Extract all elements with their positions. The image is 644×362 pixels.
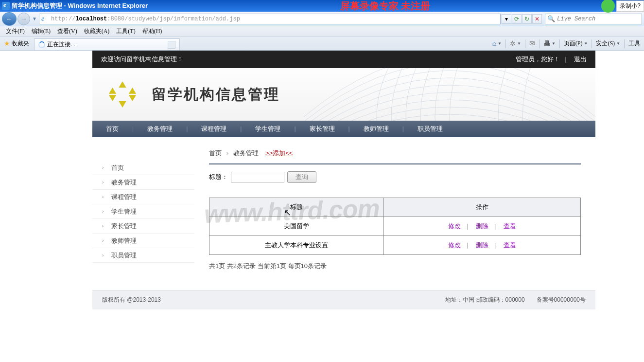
refresh-button[interactable]: ↻ bbox=[522, 14, 532, 24]
menu-favorites[interactable]: 收藏夹(A) bbox=[81, 26, 113, 36]
cell-ops: 修改| 删除| 查看 bbox=[384, 217, 581, 236]
safety-menu-button[interactable]: 安全(S)▼ bbox=[594, 38, 622, 49]
history-dropdown[interactable]: ▼ bbox=[31, 16, 38, 21]
crumb-section[interactable]: 教务管理 bbox=[233, 149, 259, 157]
menu-view[interactable]: 查看(V) bbox=[54, 26, 80, 36]
sidebar-item-home[interactable]: ›首页 bbox=[92, 161, 194, 175]
table-row: 主教大学本科专业设置 修改| 删除| 查看 bbox=[209, 236, 581, 255]
delete-link[interactable]: 删除 bbox=[476, 222, 488, 230]
table-header-row: 标题 操作 bbox=[209, 198, 581, 217]
separator bbox=[525, 39, 525, 48]
sidebar-item-teacher[interactable]: ›教师管理 bbox=[92, 234, 194, 248]
edit-link[interactable]: 修改 bbox=[448, 241, 461, 249]
view-link[interactable]: 查看 bbox=[504, 222, 516, 230]
search-label: 标题： bbox=[209, 173, 228, 181]
browser-tabbar: ★ 收藏夹 正在连接. . . ⌂▼ ✲▼ ✉ 🖶▼ 页面(P)▼ 安全(S)▼… bbox=[0, 37, 644, 51]
site-footer: 版权所有 @2013-2013 地址：中国 邮政编码：000000 备案号000… bbox=[92, 290, 595, 309]
url-path: :8080/studyweb/jsp/information/add.jsp bbox=[107, 16, 240, 22]
menu-help[interactable]: 帮助(H) bbox=[139, 26, 165, 36]
home-button[interactable]: ⌂▼ bbox=[490, 39, 504, 49]
sidebar-item-academic[interactable]: ›教务管理 bbox=[92, 175, 194, 190]
forward-button[interactable]: → bbox=[17, 13, 30, 25]
pager-text: 共1页 共2条记录 当前第1页 每页10条记录 bbox=[209, 262, 581, 271]
nav-teacher[interactable]: 教师管理 bbox=[350, 125, 402, 133]
search-icon: 🔍 bbox=[547, 15, 555, 22]
tools-menu-button[interactable]: 工具 bbox=[627, 38, 642, 49]
recorder-button[interactable]: 录制小? bbox=[616, 0, 644, 12]
favorites-label: 收藏夹 bbox=[12, 39, 29, 48]
url-scheme: http:// bbox=[51, 16, 75, 22]
chevron-right-icon: › bbox=[102, 165, 104, 170]
separator bbox=[592, 39, 592, 48]
footer-address: 地址：中国 邮政编码：000000 备案号00000000号 bbox=[445, 296, 586, 304]
menu-tools[interactable]: 工具(T) bbox=[113, 26, 138, 36]
tab-blank-button[interactable] bbox=[168, 41, 175, 49]
cell-ops: 修改| 删除| 查看 bbox=[384, 236, 581, 255]
delete-link[interactable]: 删除 bbox=[476, 241, 488, 249]
page-menu-button[interactable]: 页面(P)▼ bbox=[562, 38, 590, 49]
chevron-right-icon: › bbox=[102, 223, 104, 229]
add-link[interactable]: >>添加<< bbox=[265, 149, 293, 157]
readmail-button[interactable]: ✉ bbox=[527, 38, 537, 49]
svg-marker-5 bbox=[109, 88, 116, 94]
favorites-button[interactable]: ★ 收藏夹 bbox=[2, 38, 31, 49]
print-icon: 🖶 bbox=[543, 40, 550, 48]
main-content: 首页 › 教务管理 >>添加<< 标题： 查询 标题 操作 bbox=[194, 137, 595, 280]
menu-file[interactable]: 文件(F) bbox=[3, 26, 28, 36]
view-link[interactable]: 查看 bbox=[504, 241, 516, 249]
address-dropdown[interactable]: ▾ bbox=[502, 14, 511, 24]
browser-tab[interactable]: 正在连接. . . bbox=[34, 38, 180, 50]
page-viewport: www.httrd.com ↖ 欢迎访问留学机构信息管理！ 管理员，您好！ | … bbox=[0, 51, 644, 362]
url-host: localhost bbox=[75, 16, 107, 22]
search-input[interactable] bbox=[557, 16, 630, 22]
nav-home[interactable]: 首页 bbox=[92, 125, 132, 133]
search-button[interactable]: 查询 bbox=[287, 171, 316, 183]
chevron-right-icon: › bbox=[102, 238, 104, 243]
chevron-right-icon: › bbox=[102, 253, 104, 258]
svg-marker-2 bbox=[129, 95, 136, 101]
nav-staff[interactable]: 职员管理 bbox=[404, 125, 456, 133]
site-title: 留学机构信息管理 bbox=[152, 85, 280, 105]
star-icon: ★ bbox=[4, 39, 10, 48]
sidebar-item-parent[interactable]: ›家长管理 bbox=[92, 219, 194, 234]
separator bbox=[559, 39, 560, 48]
logout-link[interactable]: 退出 bbox=[574, 55, 587, 63]
window-title: 留学机构信息管理 - Windows Internet Explorer bbox=[12, 1, 148, 10]
site-container: 欢迎访问留学机构信息管理！ 管理员，您好！ | 退出 留学机构信息管理 bbox=[92, 51, 595, 309]
col-ops: 操作 bbox=[384, 198, 581, 217]
edit-link[interactable]: 修改 bbox=[448, 222, 461, 230]
copyright: 版权所有 @2013-2013 bbox=[102, 296, 161, 304]
svg-marker-3 bbox=[119, 101, 126, 108]
menu-edit[interactable]: 编辑(E) bbox=[29, 26, 53, 36]
sidebar-item-course[interactable]: ›课程管理 bbox=[92, 190, 194, 204]
top-nav: 首页| 教务管理| 课程管理| 学生管理| 家长管理| 教师管理| 职员管理 bbox=[92, 121, 595, 137]
title-search-input[interactable] bbox=[231, 172, 284, 182]
separator bbox=[539, 39, 540, 48]
user-greeting: 管理员，您好！ bbox=[516, 55, 560, 63]
page-icon bbox=[41, 15, 49, 23]
nav-student[interactable]: 学生管理 bbox=[242, 125, 294, 133]
compat-view-button[interactable]: ⟳ bbox=[512, 14, 522, 24]
sidebar-item-student[interactable]: ›学生管理 bbox=[92, 204, 194, 219]
nav-academic[interactable]: 教务管理 bbox=[134, 125, 186, 133]
nav-parent[interactable]: 家长管理 bbox=[296, 125, 348, 133]
nav-course[interactable]: 课程管理 bbox=[188, 125, 240, 133]
svg-marker-4 bbox=[109, 95, 116, 101]
sidebar-item-staff[interactable]: ›职员管理 bbox=[92, 248, 194, 263]
separator bbox=[505, 39, 506, 48]
search-box[interactable]: 🔍 bbox=[545, 14, 642, 24]
address-bar[interactable]: http:// localhost :8080/studyweb/jsp/inf… bbox=[39, 14, 501, 24]
address-bar-buttons: ▾ ⟳ ↻ ✕ bbox=[502, 14, 542, 24]
chevron-right-icon: › bbox=[102, 180, 104, 185]
feeds-button[interactable]: ✲▼ bbox=[508, 38, 523, 49]
recorder-watermark: 屏幕录像专家 未注册 bbox=[340, 0, 430, 13]
stop-button[interactable]: ✕ bbox=[532, 14, 542, 24]
home-icon: ⌂ bbox=[492, 40, 496, 48]
crumb-home[interactable]: 首页 bbox=[209, 149, 222, 157]
browser-nav-toolbar: ← → ▼ http:// localhost :8080/studyweb/j… bbox=[0, 12, 644, 26]
cell-title: 美国留学 bbox=[209, 217, 384, 236]
site-logo-icon bbox=[107, 79, 138, 110]
back-button[interactable]: ← bbox=[2, 12, 17, 26]
print-button[interactable]: 🖶▼ bbox=[541, 39, 557, 49]
chevron-right-icon: › bbox=[102, 194, 104, 199]
